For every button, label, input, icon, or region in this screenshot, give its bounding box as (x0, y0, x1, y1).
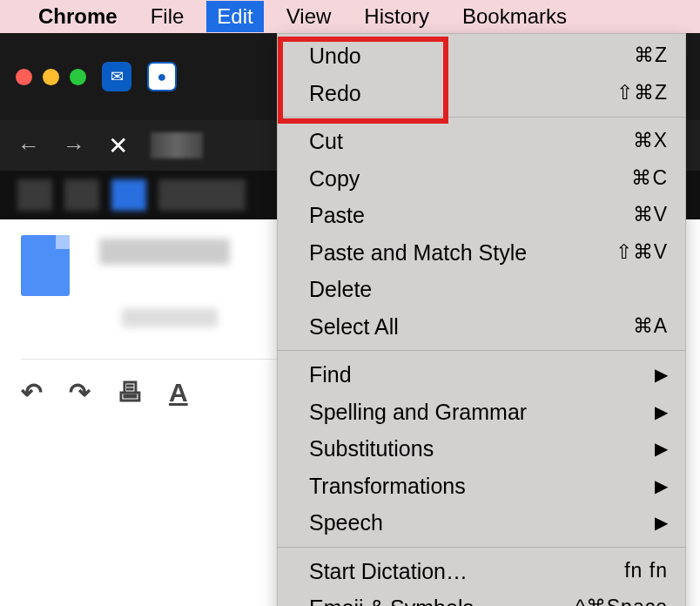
menu-item-transformations[interactable]: Transformations ▶ (278, 468, 685, 505)
menu-item-paste-match-style[interactable]: Paste and Match Style ⇧⌘V (278, 234, 685, 272)
menu-item-label: Delete (309, 275, 668, 304)
shortcut-text: ^⌘Space (575, 595, 668, 606)
menu-item-label: Undo (309, 42, 634, 71)
menu-item-emoji-symbols[interactable]: Emoji & Symbols ^⌘Space (278, 589, 685, 606)
nav-forward-icon[interactable]: → (63, 132, 85, 159)
document-subtitle-redacted (122, 308, 218, 327)
menu-item-cut[interactable]: Cut ⌘X (278, 123, 685, 160)
nav-back-icon[interactable]: ← (17, 132, 40, 159)
menu-item-paste[interactable]: Paste ⌘V (278, 197, 685, 234)
menu-item-label: Spelling and Grammar (309, 398, 655, 427)
submenu-arrow-icon: ▶ (655, 363, 668, 386)
system-menubar: Chrome File Edit View History Bookmarks (0, 0, 700, 33)
menubar-app-name[interactable]: Chrome (28, 1, 128, 32)
menubar-edit[interactable]: Edit (206, 1, 263, 32)
print-icon[interactable]: 🖶 (117, 378, 143, 407)
window-controls (16, 69, 86, 85)
menu-item-start-dictation[interactable]: Start Dictation… fn fn (278, 553, 685, 590)
menu-item-label: Speech (309, 508, 655, 537)
window-minimize-button[interactable] (43, 69, 59, 85)
bookmark-item-redacted[interactable] (17, 179, 52, 211)
bookmark-item-redacted[interactable] (158, 179, 246, 211)
edit-menu-dropdown: Undo ⌘Z Redo ⇧⌘Z Cut ⌘X Copy ⌘C Paste ⌘V… (277, 33, 686, 606)
bookmark-item-redacted[interactable] (64, 179, 99, 211)
chat-icon[interactable]: ● (147, 62, 177, 91)
submenu-arrow-icon: ▶ (655, 511, 668, 534)
menubar-history[interactable]: History (353, 1, 440, 32)
tab-title-redacted (151, 132, 203, 158)
shortcut-text: fn fn (624, 558, 668, 584)
shortcut-text: ⇧⌘V (616, 239, 668, 266)
menu-item-label: Paste (309, 201, 633, 230)
menubar-view[interactable]: View (276, 1, 342, 32)
shortcut-text: ⌘A (633, 313, 668, 340)
undo-icon[interactable]: ↶ (21, 377, 43, 407)
outlook-icon[interactable]: ✉ (102, 62, 131, 91)
google-doc-icon[interactable] (21, 235, 70, 296)
menu-item-delete[interactable]: Delete (278, 271, 685, 308)
menu-item-redo[interactable]: Redo ⇧⌘Z (278, 75, 685, 112)
menu-item-select-all[interactable]: Select All ⌘A (278, 308, 685, 346)
menu-separator (278, 350, 685, 351)
menu-item-speech[interactable]: Speech ▶ (278, 504, 685, 542)
window-zoom-button[interactable] (70, 69, 86, 85)
submenu-arrow-icon: ▶ (655, 475, 668, 497)
bookmark-item-redacted[interactable] (111, 179, 146, 211)
submenu-arrow-icon: ▶ (655, 437, 668, 460)
submenu-arrow-icon: ▶ (655, 401, 668, 423)
shortcut-text: ⌘V (633, 202, 668, 228)
menu-item-label: Redo (309, 79, 616, 108)
menu-item-label: Copy (309, 165, 631, 193)
menu-item-substitutions[interactable]: Substitutions ▶ (278, 430, 685, 468)
document-title-redacted (99, 239, 230, 265)
menu-item-label: Start Dictation… (309, 557, 624, 586)
menu-item-find[interactable]: Find ▶ (278, 356, 685, 394)
menu-item-undo[interactable]: Undo ⌘Z (278, 37, 685, 75)
shortcut-text: ⇧⌘Z (616, 80, 668, 106)
menu-item-label: Cut (309, 127, 633, 156)
menu-item-copy[interactable]: Copy ⌘C (278, 160, 685, 198)
tab-close-icon[interactable]: ✕ (108, 131, 128, 160)
menu-item-label: Transformations (309, 472, 655, 501)
menu-item-label: Find (309, 360, 655, 389)
menu-item-label: Emoji & Symbols (309, 594, 575, 606)
menubar-file[interactable]: File (140, 1, 195, 32)
spellcheck-icon[interactable]: A (169, 378, 188, 407)
menu-separator (278, 547, 685, 548)
shortcut-text: ⌘Z (634, 43, 668, 69)
menu-item-label: Substitutions (309, 434, 655, 463)
menubar-bookmarks[interactable]: Bookmarks (452, 1, 577, 32)
menu-separator (278, 117, 685, 118)
menu-item-label: Paste and Match Style (309, 239, 616, 267)
menu-item-spelling[interactable]: Spelling and Grammar ▶ (278, 394, 685, 431)
window-close-button[interactable] (16, 69, 32, 85)
menu-item-label: Select All (309, 313, 633, 341)
shortcut-text: ⌘X (633, 128, 668, 154)
redo-icon[interactable]: ↷ (69, 377, 91, 407)
shortcut-text: ⌘C (631, 165, 668, 192)
